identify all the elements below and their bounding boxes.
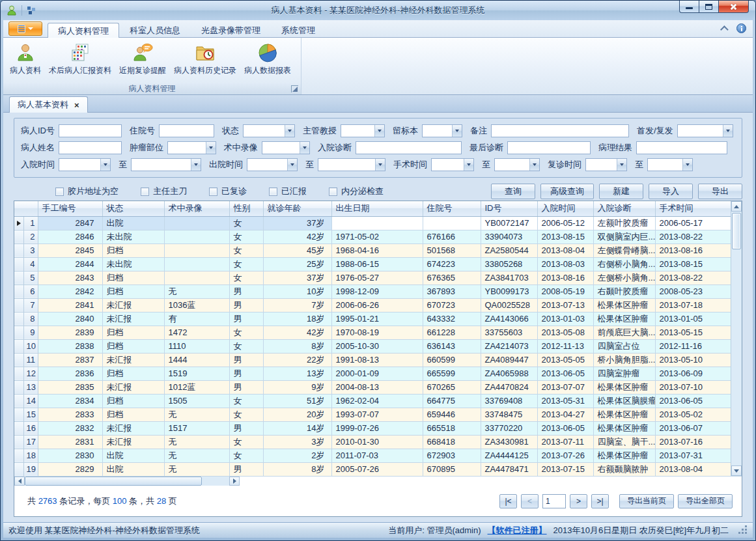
cell-age[interactable]: 42岁 <box>263 326 331 339</box>
cell-birth-date[interactable]: 1991-08-13 <box>331 353 423 367</box>
ribbon-tab-disc-management[interactable]: 光盘录像带管理 <box>191 22 271 37</box>
cell-video[interactable]: 无 <box>164 408 229 421</box>
cell-video[interactable] <box>164 243 229 257</box>
pathology-input[interactable] <box>636 141 727 154</box>
cell-status[interactable]: 归档 <box>102 339 164 353</box>
cell-birth-date[interactable]: 1971-05-02 <box>331 230 423 243</box>
table-row[interactable]: 52843归档女37岁1976-05-27676365ZA38417032013… <box>14 271 732 284</box>
cell-admission-date[interactable]: 2013-07-15 <box>537 462 593 476</box>
cell-diagnosis[interactable]: 右侧桥小脑角... <box>593 257 655 271</box>
cell-birth-date[interactable]: 2000-01-09 <box>331 367 423 380</box>
cell-age[interactable]: 8岁 <box>263 339 331 353</box>
table-row[interactable]: 42844未出院女25岁1988-06-15674223338052682013… <box>14 257 732 271</box>
patient-report-button[interactable]: 病人数据报表 <box>240 40 295 77</box>
cell-status[interactable]: 归档 <box>102 367 164 380</box>
cell-admission-no[interactable]: 643332 <box>423 312 481 326</box>
cell-gender[interactable]: 女 <box>229 339 263 353</box>
header-admission-no[interactable]: 住院号 <box>423 201 481 216</box>
surgery-time-from-select[interactable] <box>431 158 474 171</box>
chevron-down-icon[interactable] <box>374 125 384 137</box>
cell-manual-no[interactable]: 2840 <box>38 312 102 326</box>
help-info-icon[interactable] <box>736 23 746 33</box>
cell-diagnosis[interactable]: 右颞叶胶质瘤 <box>593 284 655 298</box>
cell-diagnosis[interactable]: 松果体区肿瘤 <box>593 380 655 394</box>
chevron-down-icon[interactable] <box>300 142 309 154</box>
cell-id-no[interactable]: ZA4143066 <box>481 312 537 326</box>
ribbon-tab-patient-management[interactable]: 病人资料管理 <box>48 23 119 38</box>
cell-status[interactable]: 出院 <box>102 462 164 476</box>
cell-admission-date[interactable]: 2013-07-07 <box>537 380 593 394</box>
cell-birth-date[interactable]: 1998-12-09 <box>331 284 423 298</box>
cell-manual-no[interactable]: 2843 <box>38 271 102 284</box>
admission-no-input[interactable] <box>159 124 214 137</box>
cell-birth-date[interactable]: 1962-02-04 <box>331 394 423 408</box>
cell-id-no[interactable]: ZA4470824 <box>481 380 537 394</box>
cell-admission-no[interactable]: 636143 <box>423 339 481 353</box>
cell-diagnosis[interactable]: 左侧桥小脑角... <box>593 271 655 284</box>
checkbox-chief-surgeon[interactable]: 主任主刀 <box>141 186 187 197</box>
collapse-ribbon-icon[interactable] <box>720 25 729 34</box>
cell-video[interactable] <box>164 271 229 284</box>
cell-id-no[interactable]: ZA4478471 <box>481 462 537 476</box>
cell-birth-date[interactable]: 1970-08-19 <box>331 326 423 339</box>
table-row[interactable]: 82840未汇报有男18岁1995-01-21643332ZA414306620… <box>14 312 732 326</box>
cell-age[interactable]: 13岁 <box>263 367 331 380</box>
horizontal-scroll-track[interactable] <box>202 477 229 486</box>
cell-surgery-date[interactable]: 2013-06-05 <box>655 394 732 408</box>
discharge-time-to-select[interactable] <box>318 158 385 171</box>
header-gender[interactable]: 性别 <box>229 201 263 216</box>
close-button[interactable] <box>718 1 749 13</box>
cell-admission-no[interactable]: 670723 <box>423 298 481 312</box>
cell-gender[interactable]: 男 <box>229 298 263 312</box>
export-all-pages-button[interactable]: 导出全部页 <box>678 494 733 508</box>
cell-age[interactable]: 3岁 <box>263 435 331 449</box>
cell-surgery-date[interactable]: 2012-11-16 <box>655 339 732 353</box>
cell-gender[interactable]: 女 <box>229 230 263 243</box>
cell-video[interactable]: 无 <box>164 449 229 462</box>
table-row[interactable]: 72841未汇报1036蓝男7岁2006-06-26670723QA002552… <box>14 298 732 312</box>
header-diagnosis[interactable]: 入院诊断 <box>593 201 655 216</box>
cell-age[interactable]: 25岁 <box>263 257 331 271</box>
cell-diagnosis[interactable]: 双侧脑室内巨... <box>593 230 655 243</box>
table-row[interactable]: 22846未出院女42岁1971-05-02676166339040732013… <box>14 230 732 243</box>
remark-input[interactable] <box>491 124 629 137</box>
followup-time-from-select[interactable] <box>585 158 627 171</box>
cell-surgery-date[interactable]: 2006-05-17 <box>655 216 732 230</box>
cell-surgery-date[interactable]: 2013-07-18 <box>655 298 732 312</box>
cell-surgery-date[interactable]: 2008-05-23 <box>655 284 732 298</box>
cell-gender[interactable]: 男 <box>229 380 263 394</box>
cell-admission-date[interactable]: 2008-05-19 <box>537 284 593 298</box>
cell-surgery-date[interactable]: 2013-08-22 <box>655 271 732 284</box>
cell-admission-no[interactable]: 661228 <box>423 326 481 339</box>
cell-status[interactable]: 未出院 <box>102 257 164 271</box>
table-row[interactable]: 92839归档1472女42岁1970-08-19661228337556032… <box>14 326 732 339</box>
table-row[interactable]: 112837未汇报1444男22岁1991-08-13660599ZA40894… <box>14 353 732 367</box>
cell-diagnosis[interactable]: 松果体区肿瘤 <box>593 449 655 462</box>
patient-history-button[interactable]: 病人资料历史记录 <box>170 40 240 77</box>
cell-admission-no[interactable]: 670265 <box>423 380 481 394</box>
checkbox-reported[interactable]: 已汇报 <box>269 186 307 197</box>
cell-surgery-date[interactable]: 2013-08-16 <box>655 243 732 257</box>
discharge-time-from-select[interactable] <box>247 158 298 171</box>
header-age[interactable]: 就诊年龄 <box>263 201 331 216</box>
cell-diagnosis[interactable]: 松果体区肿瘤 <box>593 298 655 312</box>
cell-surgery-date[interactable]: 2013-05-10 <box>655 353 732 367</box>
cell-age[interactable]: 20岁 <box>263 408 331 421</box>
cell-admission-date[interactable]: 2013-04-27 <box>537 408 593 421</box>
chevron-down-icon[interactable] <box>723 125 733 137</box>
cell-surgery-date[interactable]: 2013-08-15 <box>655 257 732 271</box>
followup-reminder-button[interactable]: 近期复诊提醒 <box>115 40 170 77</box>
cell-admission-no[interactable]: 674223 <box>423 257 481 271</box>
cell-age[interactable]: 42岁 <box>263 230 331 243</box>
resize-grip[interactable] <box>739 526 748 534</box>
cell-diagnosis[interactable]: 四脑室肿瘤 <box>593 367 655 380</box>
table-row[interactable]: 62842归档无男10岁1998-12-09367893YB0099173200… <box>14 284 732 298</box>
cell-manual-no[interactable]: 2830 <box>38 449 102 462</box>
cell-video[interactable]: 1519 <box>164 367 229 380</box>
cell-status[interactable]: 未汇报 <box>102 312 164 326</box>
cell-diagnosis[interactable]: 四脑室、脑干... <box>593 435 655 449</box>
cell-status[interactable]: 归档 <box>102 326 164 339</box>
chevron-down-icon[interactable] <box>206 142 216 154</box>
cell-video[interactable]: 1517 <box>164 421 229 435</box>
cell-diagnosis[interactable]: 松果体区肿瘤 <box>593 421 655 435</box>
